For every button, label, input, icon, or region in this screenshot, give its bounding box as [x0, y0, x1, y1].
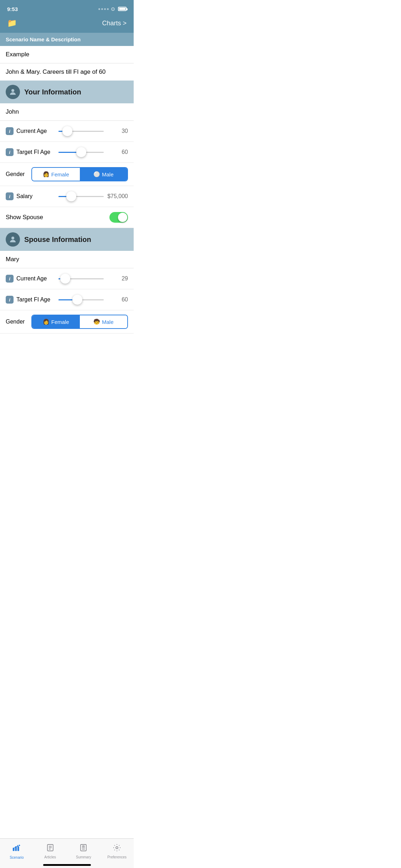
nav-bar: 📁 Charts >: [0, 16, 134, 33]
spouse-gender-toggle[interactable]: 👩 Female 🧒 Male: [31, 315, 128, 329]
salary-slider[interactable]: [58, 191, 104, 202]
your-gender-toggle[interactable]: 👩 Female ⚪ Male: [31, 167, 128, 181]
your-salary-row: i Salary $75,000: [0, 186, 134, 207]
scenario-description[interactable]: John & Mary. Careers till FI age of 60: [0, 63, 134, 81]
spouse-target-fi-age-info-badge[interactable]: i: [6, 296, 14, 304]
show-spouse-row: Show Spouse: [0, 207, 134, 228]
spouse-current-age-info-badge[interactable]: i: [6, 275, 14, 283]
male-emoji: ⚪: [93, 171, 100, 177]
target-fi-age-slider[interactable]: [58, 147, 104, 157]
your-info-avatar: [6, 85, 20, 99]
battery-icon: [118, 7, 127, 11]
spouse-male-label: Male: [102, 319, 114, 325]
svg-point-0: [11, 89, 14, 92]
current-age-slider[interactable]: [58, 126, 104, 136]
salary-value: $75,000: [107, 193, 128, 200]
spouse-gender-female-option[interactable]: 👩 Female: [32, 315, 80, 328]
folder-icon[interactable]: 📁: [7, 19, 17, 28]
male-label: Male: [102, 171, 114, 177]
your-target-fi-age-row: i Target FI Age 60: [0, 142, 134, 163]
spouse-current-age-slider[interactable]: [58, 273, 104, 284]
signal-icon: [98, 8, 109, 10]
target-fi-age-value: 60: [107, 149, 128, 155]
scenario-name[interactable]: Example: [0, 46, 134, 63]
current-age-info-badge[interactable]: i: [6, 127, 14, 135]
charts-button[interactable]: Charts >: [102, 20, 127, 27]
your-information-title: Your Information: [24, 88, 81, 96]
salary-label: Salary: [16, 193, 56, 200]
gender-female-option[interactable]: 👩 Female: [32, 168, 80, 181]
current-age-label: Current Age: [16, 128, 56, 134]
show-spouse-label: Show Spouse: [6, 214, 43, 221]
spouse-information-header: Spouse Information: [0, 228, 134, 251]
female-label: Female: [51, 171, 69, 177]
spouse-target-fi-age-row: i Target FI Age 60: [0, 289, 134, 310]
spouse-female-label: Female: [51, 319, 69, 325]
svg-point-1: [11, 237, 14, 239]
spouse-male-emoji: 🧒: [93, 319, 100, 325]
salary-info-badge[interactable]: i: [6, 192, 14, 200]
spouse-name[interactable]: Mary: [0, 251, 134, 268]
spouse-female-emoji: 👩: [43, 319, 50, 325]
spouse-gender-label: Gender: [6, 319, 27, 325]
female-emoji: 👩: [43, 171, 50, 177]
status-time: 9:53: [7, 6, 18, 12]
spouse-gender-row: Gender 👩 Female 🧒 Male: [0, 310, 134, 334]
spouse-info-avatar: [6, 232, 20, 247]
target-fi-age-info-badge[interactable]: i: [6, 148, 14, 156]
show-spouse-toggle-thumb: [118, 213, 127, 222]
spouse-gender-male-option[interactable]: 🧒 Male: [80, 315, 128, 328]
current-age-value: 30: [107, 128, 128, 134]
spouse-target-fi-age-slider[interactable]: [58, 294, 104, 305]
status-bar: 9:53 ⊙: [0, 0, 134, 16]
status-icons: ⊙: [98, 6, 127, 12]
show-spouse-toggle[interactable]: [109, 212, 128, 223]
your-information-header: Your Information: [0, 81, 134, 103]
spouse-target-fi-age-label: Target FI Age: [16, 296, 56, 303]
your-name[interactable]: John: [0, 103, 134, 121]
your-gender-label: Gender: [6, 171, 27, 177]
your-current-age-row: i Current Age 30: [0, 121, 134, 142]
scenario-section-header: Scenario Name & Description: [0, 33, 134, 46]
spouse-current-age-value: 29: [107, 275, 128, 282]
spouse-target-fi-age-value: 60: [107, 296, 128, 303]
wifi-icon: ⊙: [111, 6, 115, 12]
gender-male-option[interactable]: ⚪ Male: [80, 168, 128, 181]
spouse-current-age-row: i Current Age 29: [0, 268, 134, 289]
your-gender-row: Gender 👩 Female ⚪ Male: [0, 163, 134, 186]
spouse-current-age-label: Current Age: [16, 275, 56, 282]
spouse-information-title: Spouse Information: [24, 236, 91, 244]
target-fi-age-label: Target FI Age: [16, 149, 56, 155]
